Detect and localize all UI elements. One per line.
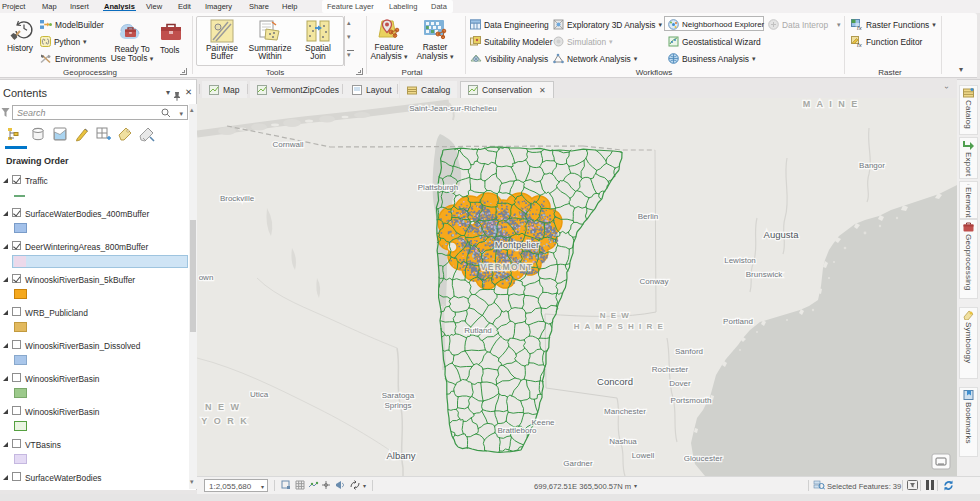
svg-text:N E W: N E W — [205, 402, 241, 412]
svg-text:Augusta: Augusta — [764, 229, 800, 240]
svg-text:own: own — [199, 273, 214, 282]
svg-text:Berlin: Berlin — [638, 212, 658, 221]
svg-text:Rutland: Rutland — [464, 326, 492, 335]
svg-text:Conway: Conway — [640, 277, 669, 286]
svg-text:Cornwall: Cornwall — [272, 140, 303, 149]
svg-text:Springs: Springs — [384, 401, 411, 410]
svg-text:fx: fx — [857, 42, 863, 48]
svg-text:Bangor: Bangor — [859, 161, 885, 170]
svg-text:Lowell: Lowell — [632, 451, 655, 460]
svg-text:Lewiston: Lewiston — [724, 256, 756, 265]
svg-text:H A M P S H I R E: H A M P S H I R E — [574, 322, 665, 331]
svg-text:fx: fx — [857, 25, 863, 31]
svg-text:M A I N E: M A I N E — [803, 99, 859, 109]
svg-text:Sanford: Sanford — [675, 347, 703, 356]
svg-text:VERMONT: VERMONT — [481, 262, 534, 272]
svg-text:Gloucester: Gloucester — [684, 454, 723, 463]
svg-text:N E W: N E W — [600, 311, 631, 320]
svg-text:Montpelier: Montpelier — [495, 239, 539, 250]
svg-text:Gardner: Gardner — [563, 459, 593, 468]
svg-text:Utica: Utica — [250, 390, 269, 399]
svg-text:Concord: Concord — [597, 376, 633, 387]
svg-text:Saint-Jean-sur-Richelieu: Saint-Jean-sur-Richelieu — [409, 104, 497, 113]
svg-text:Brunswick: Brunswick — [746, 270, 783, 279]
svg-text:Portland: Portland — [723, 317, 753, 326]
svg-text:Dover: Dover — [669, 379, 691, 388]
svg-text:Brockville: Brockville — [220, 194, 255, 203]
svg-text:Rochester: Rochester — [652, 365, 689, 374]
svg-text:Manchester: Manchester — [604, 407, 646, 416]
svg-text:Y O R K: Y O R K — [201, 416, 248, 426]
svg-text:Plattsburgh: Plattsburgh — [418, 183, 458, 192]
svg-text:Saratoga: Saratoga — [382, 391, 415, 400]
svg-text:Brattleboro: Brattleboro — [497, 426, 537, 435]
svg-text:Albany: Albany — [386, 450, 415, 461]
svg-text:Nashua: Nashua — [609, 437, 637, 446]
svg-text:Portsmouth: Portsmouth — [671, 396, 712, 405]
